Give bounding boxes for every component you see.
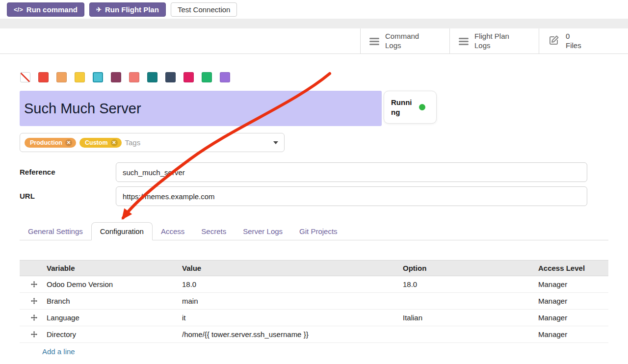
- tab-configuration[interactable]: Configuration: [91, 222, 153, 240]
- cell-access-level[interactable]: Manager: [538, 297, 608, 305]
- swatch-navy[interactable]: [165, 72, 176, 82]
- cell-variable[interactable]: Language: [47, 313, 182, 322]
- cell-value[interactable]: it: [182, 313, 403, 322]
- cell-value[interactable]: main: [182, 297, 403, 305]
- col-access-level: Access Level: [538, 264, 608, 272]
- cell-variable[interactable]: Branch: [47, 297, 182, 305]
- form-header: Command Logs Flight Plan Logs 0 Files: [0, 28, 628, 54]
- status-card[interactable]: Running: [384, 91, 437, 124]
- tag-custom[interactable]: Custom ✕: [79, 138, 122, 148]
- reference-input[interactable]: such_much_server: [116, 162, 587, 182]
- tag-production-label: Production: [30, 139, 62, 146]
- url-label: URL: [20, 186, 35, 206]
- cell-access-level[interactable]: Manager: [538, 330, 608, 338]
- table-header-row: Variable Value Option Access Level: [20, 260, 608, 276]
- run-flight-plan-label: Run Flight Plan: [105, 5, 159, 14]
- tab-server-logs[interactable]: Server Logs: [235, 223, 291, 240]
- tag-production[interactable]: Production ✕: [25, 138, 76, 148]
- col-value: Value: [182, 264, 403, 272]
- files-count: 0: [566, 32, 581, 41]
- table-row: Language it Italian Manager: [20, 310, 608, 326]
- cell-value[interactable]: 18.0: [182, 280, 403, 288]
- remove-tag-icon[interactable]: ✕: [65, 139, 72, 146]
- status-dot: [419, 104, 425, 110]
- test-connection-button[interactable]: Test Connection: [171, 2, 237, 17]
- table-row: Branch main Manager: [20, 293, 608, 310]
- reference-value: such_much_server: [123, 168, 185, 177]
- table-row: Odoo Demo Version 18.0 18.0 Manager: [20, 276, 608, 293]
- list-icon: [369, 38, 379, 45]
- cell-value[interactable]: /home/{{ tower.server.ssh_username }}: [182, 330, 403, 338]
- table-row: Directory /home/{{ tower.server.ssh_user…: [20, 326, 608, 343]
- cell-variable[interactable]: Directory: [47, 330, 182, 338]
- stat-buttons: Command Logs Flight Plan Logs 0 Files: [360, 28, 628, 54]
- cell-variable[interactable]: Odoo Demo Version: [47, 280, 182, 288]
- command-logs-button[interactable]: Command Logs: [360, 28, 449, 54]
- files-label: Files: [566, 41, 581, 51]
- cell-option[interactable]: 18.0: [403, 280, 538, 288]
- files-button[interactable]: 0 Files: [539, 28, 628, 54]
- tab-git-projects[interactable]: Git Projects: [291, 223, 346, 240]
- reference-label: Reference: [20, 162, 55, 182]
- plane-icon: ✈: [96, 6, 102, 13]
- swatch-yellow[interactable]: [75, 72, 85, 82]
- tags-placeholder: Tags: [125, 138, 141, 147]
- tag-custom-label: Custom: [85, 139, 108, 146]
- add-a-line-link[interactable]: Add a line: [20, 343, 608, 360]
- col-option: Option: [403, 264, 538, 272]
- chevron-down-icon[interactable]: [273, 141, 278, 144]
- cell-option[interactable]: Italian: [403, 313, 538, 322]
- test-connection-label: Test Connection: [178, 5, 231, 14]
- cell-access-level[interactable]: Manager: [538, 280, 608, 288]
- drag-handle-icon[interactable]: [20, 331, 47, 338]
- tab-secrets[interactable]: Secrets: [193, 223, 235, 240]
- swatch-salmon[interactable]: [129, 72, 139, 82]
- tab-access[interactable]: Access: [153, 223, 193, 240]
- command-logs-label: Command Logs: [385, 32, 428, 51]
- variables-table: Variable Value Option Access Level Odoo …: [20, 260, 608, 360]
- tags-input[interactable]: Production ✕ Custom ✕ Tags: [20, 133, 285, 152]
- swatch-plum[interactable]: [111, 72, 121, 82]
- notebook-tabs: General Settings Configuration Access Se…: [20, 223, 608, 240]
- drag-handle-icon[interactable]: [20, 314, 47, 321]
- status-label: Running: [391, 98, 415, 117]
- server-name-input[interactable]: Such Much Server: [20, 91, 382, 126]
- cell-access-level[interactable]: Manager: [538, 313, 608, 322]
- color-picker: [20, 72, 230, 82]
- run-command-button[interactable]: </> Run command: [7, 2, 84, 17]
- col-variable: Variable: [47, 264, 182, 272]
- flight-plan-logs-label: Flight Plan Logs: [474, 32, 518, 51]
- url-input[interactable]: https://memes.example.com: [116, 186, 587, 206]
- code-icon: </>: [14, 6, 23, 13]
- swatch-cyan-selected[interactable]: [93, 72, 103, 82]
- flight-plan-logs-button[interactable]: Flight Plan Logs: [449, 28, 539, 54]
- swatch-purple[interactable]: [220, 72, 230, 82]
- drag-handle-icon[interactable]: [20, 297, 47, 305]
- swatch-orange[interactable]: [56, 72, 67, 82]
- server-form-page: </> Run command ✈ Run Flight Plan Test C…: [0, 0, 628, 364]
- remove-tag-icon[interactable]: ✕: [111, 139, 118, 146]
- action-toolbar: </> Run command ✈ Run Flight Plan Test C…: [0, 0, 628, 19]
- breadcrumb-band: [0, 19, 628, 28]
- swatch-red[interactable]: [38, 72, 49, 82]
- url-value: https://memes.example.com: [123, 192, 215, 201]
- drag-handle-icon[interactable]: [20, 281, 47, 288]
- tab-general-settings[interactable]: General Settings: [20, 223, 91, 240]
- list-icon: [459, 38, 469, 45]
- edit-icon: [548, 34, 560, 48]
- swatch-green[interactable]: [202, 72, 212, 82]
- swatch-none[interactable]: [20, 72, 30, 82]
- server-name-value: Such Much Server: [24, 101, 141, 117]
- run-command-label: Run command: [26, 5, 78, 14]
- run-flight-plan-button[interactable]: ✈ Run Flight Plan: [89, 2, 166, 17]
- swatch-magenta[interactable]: [183, 72, 194, 82]
- swatch-teal[interactable]: [147, 72, 157, 82]
